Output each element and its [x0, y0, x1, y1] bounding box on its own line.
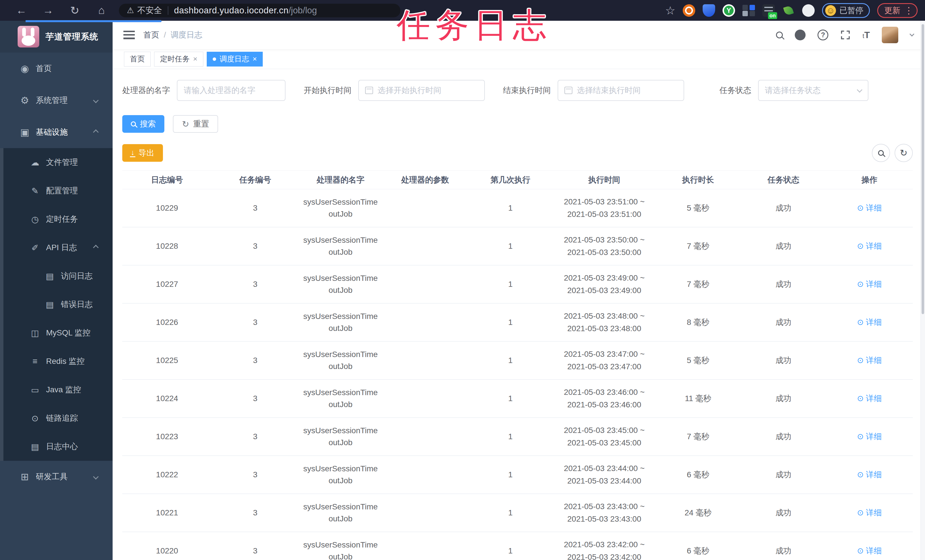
eye-icon: ⊙: [857, 545, 863, 557]
bookmark-star-icon[interactable]: ☆: [665, 4, 675, 17]
detail-link[interactable]: ⊙ 详细: [857, 240, 882, 253]
help-icon[interactable]: ?: [818, 30, 828, 41]
sidebar-item-redis-monitor[interactable]: ≡ Redis 监控: [0, 347, 113, 375]
detail-link[interactable]: ⊙ 详细: [857, 468, 882, 481]
cell-handler-name: sysUserSessionTimeoutJob: [298, 234, 383, 258]
tag-tab-job-log[interactable]: 调度日志 ×: [207, 52, 263, 66]
cell-log-id: 10229: [122, 202, 212, 214]
extensions-puzzle-icon[interactable]: [802, 4, 815, 17]
extension-grid-icon[interactable]: [743, 4, 755, 17]
page-scrollbar[interactable]: [920, 21, 925, 560]
cell-status: 成功: [741, 431, 826, 443]
cell-status: 成功: [741, 545, 826, 557]
handler-name-input[interactable]: [177, 80, 285, 101]
toggle-search-button[interactable]: [872, 144, 890, 162]
annotation-title: 任务日志: [397, 3, 551, 48]
browser-menu-kebab-icon[interactable]: ⋮: [904, 5, 913, 16]
eye-icon: ⊙: [857, 468, 863, 481]
cell-execute-time: 2021-05-03 23:44:00 ~2021-05-03 23:44:00: [553, 462, 655, 487]
cell-status: 成功: [741, 507, 826, 519]
fullscreen-icon[interactable]: [840, 30, 851, 40]
github-icon[interactable]: [795, 30, 806, 41]
table-row: 10224 3 sysUserSessionTimeoutJob 1 2021-…: [122, 380, 913, 418]
search-icon[interactable]: [776, 32, 783, 38]
cell-action: ⊙ 详细: [826, 202, 913, 214]
eye-icon: ⊙: [857, 431, 863, 443]
address-bar[interactable]: ⚠ 不安全 dashboard.yudao.iocoder.cn/job/log: [119, 4, 400, 17]
extension-y-icon[interactable]: Y: [723, 4, 735, 17]
detail-link[interactable]: ⊙ 详细: [857, 507, 882, 519]
sidebar-item-error-log[interactable]: ▤ 错误日志: [0, 290, 113, 319]
sidebar-item-scheduled-jobs[interactable]: ◷ 定时任务: [0, 205, 113, 233]
detail-link[interactable]: ⊙ 详细: [857, 545, 882, 557]
sidebar-menu: ◉ 首页 ⚙ 系统管理 ▣ 基础设施 ☁ 文件管理 ✎ 配置管理: [0, 53, 113, 493]
sidebar-item-config-manage[interactable]: ✎ 配置管理: [0, 176, 113, 205]
extension-leaf-icon[interactable]: [782, 4, 795, 17]
chevron-up-icon: [93, 245, 99, 250]
detail-link[interactable]: ⊙ 详细: [857, 431, 882, 443]
cell-execute-count: 1: [468, 507, 553, 519]
toolbox-icon: ⊞: [18, 471, 31, 482]
sidebar-item-infrastructure[interactable]: ▣ 基础设施: [0, 116, 113, 148]
detail-link[interactable]: ⊙ 详细: [857, 316, 882, 329]
cell-action: ⊙ 详细: [826, 354, 913, 367]
tab-label: 首页: [130, 54, 145, 64]
sidebar-item-home[interactable]: ◉ 首页: [0, 53, 113, 84]
browser-home-icon[interactable]: ⌂: [88, 4, 115, 17]
sidebar-collapse-icon[interactable]: [124, 31, 135, 39]
cell-action: ⊙ 详细: [826, 392, 913, 405]
cell-execute-count: 1: [468, 278, 553, 291]
detail-link[interactable]: ⊙ 详细: [857, 354, 882, 367]
cell-task-id: 3: [212, 278, 298, 291]
sidebar-item-label: Redis 监控: [46, 356, 84, 367]
breadcrumb-home[interactable]: 首页: [143, 30, 159, 41]
sidebar-logo[interactable]: 芋道管理系统: [0, 21, 113, 53]
screen-icon: ▭: [29, 385, 42, 395]
breadcrumb-separator: /: [164, 30, 166, 39]
tag-tab-home[interactable]: 首页: [124, 52, 151, 66]
select-placeholder: 请选择任务状态: [765, 85, 853, 96]
font-size-icon[interactable]: tT: [862, 30, 870, 41]
sidebar-item-api-log[interactable]: ✐ API 日志: [0, 233, 113, 262]
table-toolbar: ↓ 导出 ↻: [122, 144, 913, 162]
detail-link[interactable]: ⊙ 详细: [857, 392, 882, 405]
scrollbar-thumb[interactable]: [922, 24, 924, 314]
search-button[interactable]: 搜索: [122, 115, 164, 133]
end-time-picker[interactable]: 选择结束执行时间: [557, 80, 684, 101]
sidebar-item-dev-tools[interactable]: ⊞ 研发工具: [0, 461, 113, 493]
sidebar-item-access-log[interactable]: ▤ 访问日志: [0, 262, 113, 290]
avatar-caret-icon[interactable]: [910, 32, 914, 37]
sidebar-item-system-manage[interactable]: ⚙ 系统管理: [0, 84, 113, 116]
extension-shield-icon[interactable]: [703, 4, 715, 17]
refresh-table-button[interactable]: ↻: [895, 144, 913, 162]
start-time-picker[interactable]: 选择开始执行时间: [358, 80, 485, 101]
extension-switch-icon[interactable]: on: [762, 4, 775, 17]
browser-forward-icon[interactable]: →: [35, 4, 62, 17]
table-row: 10229 3 sysUserSessionTimeoutJob 1 2021-…: [122, 189, 913, 227]
sidebar-item-label: API 日志: [46, 242, 77, 253]
sidebar-item-file-manage[interactable]: ☁ 文件管理: [0, 148, 113, 176]
sidebar-item-log-center[interactable]: ▤ 日志中心: [0, 432, 113, 461]
not-secure-label: 不安全: [137, 5, 162, 16]
export-button[interactable]: ↓ 导出: [122, 144, 163, 162]
cell-status: 成功: [741, 468, 826, 481]
cell-execute-count: 1: [468, 202, 553, 214]
browser-profile-chip[interactable]: ☺ 已暂停: [822, 3, 870, 18]
reset-button[interactable]: ↻ 重置: [173, 115, 218, 133]
browser-update-button[interactable]: 更新 ⋮: [877, 3, 917, 18]
user-avatar[interactable]: [882, 27, 898, 43]
job-status-select[interactable]: 请选择任务状态: [758, 80, 868, 101]
table-row: 10225 3 sysUserSessionTimeoutJob 1 2021-…: [122, 342, 913, 380]
tag-tab-scheduled-jobs[interactable]: 定时任务 ×: [154, 52, 203, 66]
close-icon[interactable]: ×: [193, 54, 197, 63]
sidebar-item-java-monitor[interactable]: ▭ Java 监控: [0, 375, 113, 404]
cell-log-id: 10225: [122, 354, 212, 367]
close-icon[interactable]: ×: [253, 54, 257, 63]
detail-link[interactable]: ⊙ 详细: [857, 278, 882, 291]
extension-adblock-icon[interactable]: [683, 4, 695, 17]
detail-link[interactable]: ⊙ 详细: [857, 202, 882, 214]
sidebar-item-trace[interactable]: ⊙ 链路追踪: [0, 404, 113, 432]
browser-reload-icon[interactable]: ↻: [62, 4, 88, 17]
browser-back-icon[interactable]: ←: [8, 4, 35, 17]
sidebar-item-mysql-monitor[interactable]: ◫ MySQL 监控: [0, 319, 113, 347]
